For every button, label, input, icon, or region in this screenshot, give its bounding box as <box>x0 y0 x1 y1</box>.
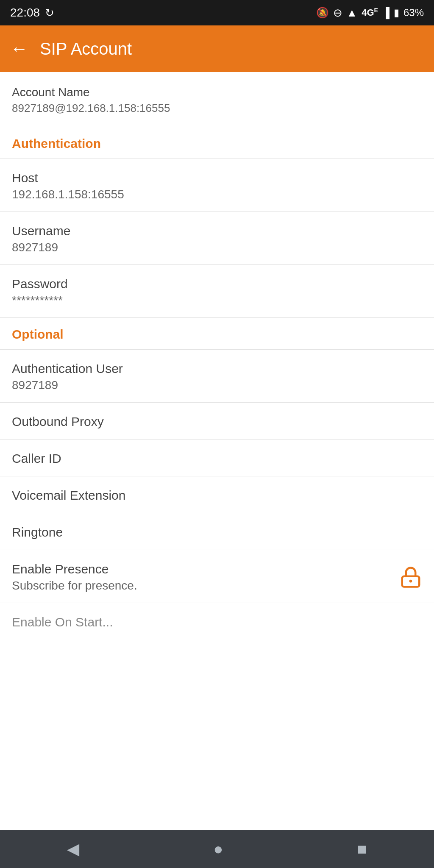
username-value: 8927189 <box>12 241 422 254</box>
optional-label: Optional <box>12 327 64 341</box>
voicemail-extension-label: Voicemail Extension <box>12 488 422 503</box>
cutoff-field: Enable On Start... <box>0 603 434 633</box>
time-display: 22:08 <box>10 6 40 19</box>
caller-id-field[interactable]: Caller ID <box>0 440 434 476</box>
account-name-label: Account Name <box>12 86 422 99</box>
account-name-section[interactable]: Account Name 8927189@192.168.1.158:16555 <box>0 72 434 127</box>
sync-icon: ↻ <box>45 6 54 19</box>
outbound-proxy-field[interactable]: Outbound Proxy <box>0 403 434 440</box>
password-field[interactable]: Password *********** <box>0 265 434 318</box>
status-bar-left: 22:08 ↻ <box>10 6 54 19</box>
username-field[interactable]: Username 8927189 <box>0 212 434 265</box>
authentication-label: Authentication <box>12 136 101 150</box>
page-title: SIP Account <box>40 39 132 58</box>
bell-off-icon: 🔕 <box>316 7 329 19</box>
host-field[interactable]: Host 192.168.1.158:16555 <box>0 159 434 212</box>
nav-home-button[interactable]: ● <box>201 836 236 862</box>
battery-icon: ▮ <box>394 7 399 19</box>
enable-presence-field[interactable]: Enable Presence Subscribe for presence. <box>0 550 434 603</box>
enable-presence-label: Enable Presence <box>12 562 399 576</box>
auth-user-label: Authentication User <box>12 362 422 376</box>
authentication-section-header: Authentication <box>0 127 434 159</box>
voicemail-extension-field[interactable]: Voicemail Extension <box>0 476 434 513</box>
caller-id-label: Caller ID <box>12 451 422 466</box>
enable-presence-value: Subscribe for presence. <box>12 579 399 593</box>
nav-back-button[interactable]: ◀ <box>54 835 92 862</box>
auth-user-value: 8927189 <box>12 378 422 392</box>
bottom-nav: ◀ ● ■ <box>0 830 434 868</box>
status-bar-right: 🔕 ⊖ ▲ 4GE ▐ ▮ 63% <box>316 6 424 19</box>
ringtone-field[interactable]: Ringtone <box>0 513 434 550</box>
cutoff-label: Enable On Start... <box>12 615 422 629</box>
back-button[interactable]: ← <box>10 39 28 59</box>
outbound-proxy-label: Outbound Proxy <box>12 415 422 429</box>
status-bar: 22:08 ↻ 🔕 ⊖ ▲ 4GE ▐ ▮ 63% <box>0 0 434 25</box>
lock-icon <box>399 566 422 589</box>
optional-section-header: Optional <box>0 318 434 350</box>
password-label: Password <box>12 277 422 291</box>
auth-user-field[interactable]: Authentication User 8927189 <box>0 350 434 403</box>
ringtone-label: Ringtone <box>12 525 422 540</box>
wifi-icon: ▲ <box>347 6 358 19</box>
page-header: ← SIP Account <box>0 25 434 72</box>
battery-level: 63% <box>403 7 424 19</box>
content-area: Account Name 8927189@192.168.1.158:16555… <box>0 72 434 830</box>
account-name-value: 8927189@192.168.1.158:16555 <box>12 102 422 115</box>
nav-recent-button[interactable]: ■ <box>345 836 380 862</box>
4g-icon: 4GE <box>362 7 378 18</box>
host-value: 192.168.1.158:16555 <box>12 188 422 201</box>
svg-point-1 <box>409 580 412 583</box>
signal-icon: ▐ <box>382 7 389 19</box>
minus-circle-icon: ⊖ <box>333 6 342 19</box>
password-value: *********** <box>12 294 422 307</box>
host-label: Host <box>12 171 422 185</box>
username-label: Username <box>12 224 422 238</box>
